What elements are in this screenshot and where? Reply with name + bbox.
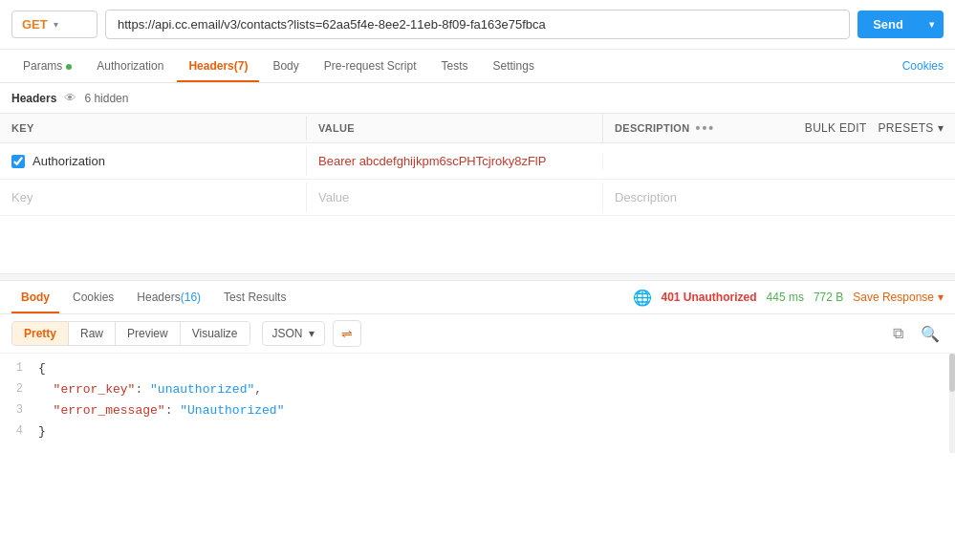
send-button[interactable]: Send ▾ bbox=[857, 11, 944, 38]
code-line-4: 4 } bbox=[0, 424, 955, 445]
line-number-2: 2 bbox=[0, 382, 38, 396]
scroll-thumb[interactable] bbox=[949, 354, 955, 392]
response-tab-cookies[interactable]: Cookies bbox=[63, 281, 123, 313]
format-tab-raw[interactable]: Raw bbox=[69, 322, 116, 345]
format-tab-visualize[interactable]: Visualize bbox=[181, 322, 250, 345]
response-tab-body[interactable]: Body bbox=[11, 281, 59, 313]
code-line-1: 1 { bbox=[0, 361, 955, 382]
globe-icon: 🌐 bbox=[633, 289, 652, 307]
placeholder-value-cell[interactable]: Value bbox=[306, 183, 602, 212]
row-1-key: Authorization bbox=[33, 154, 105, 168]
response-tab-test-results[interactable]: Test Results bbox=[214, 281, 295, 313]
bulk-edit-button[interactable]: Bulk Edit bbox=[805, 121, 867, 135]
headers-toolbar: Headers 👁 6 hidden bbox=[0, 83, 955, 114]
tab-headers[interactable]: Headers(7) bbox=[177, 50, 259, 82]
line-content-3: "error_message": "Unauthorized" bbox=[38, 403, 955, 418]
code-line-2: 2 "error_key": "unauthorized", bbox=[0, 382, 955, 403]
presets-button[interactable]: Presets ▾ bbox=[879, 121, 944, 135]
params-dot bbox=[66, 64, 72, 70]
status-badge: 401 Unauthorized bbox=[662, 291, 757, 304]
tab-authorization[interactable]: Authorization bbox=[85, 50, 175, 82]
line-content-1: { bbox=[38, 361, 955, 376]
eye-icon[interactable]: 👁 bbox=[64, 91, 76, 105]
table-row: Authorization Bearer abcdefghijkpm6scPHT… bbox=[0, 143, 955, 180]
format-tab-pretty[interactable]: Pretty bbox=[12, 322, 69, 345]
row-1-key-cell: Authorization bbox=[0, 146, 306, 176]
code-display: 1 { 2 "error_key": "unauthorized", 3 "er… bbox=[0, 354, 955, 453]
hidden-count: 6 hidden bbox=[84, 92, 128, 105]
tab-body[interactable]: Body bbox=[261, 50, 310, 82]
method-dropdown[interactable]: GET ▾ bbox=[11, 11, 98, 38]
format-tab-group: Pretty Raw Preview Visualize bbox=[11, 321, 250, 346]
response-status-area: 🌐 401 Unauthorized 445 ms 772 B Save Res… bbox=[633, 289, 944, 307]
method-chevron-icon: ▾ bbox=[54, 19, 58, 30]
section-divider bbox=[0, 273, 955, 281]
presets-chevron-icon: ▾ bbox=[938, 121, 944, 135]
format-bar: Pretty Raw Preview Visualize JSON ▾ ⇌ ⧉ … bbox=[0, 314, 955, 354]
col-header-value: VALUE bbox=[306, 116, 602, 140]
tab-settings[interactable]: Settings bbox=[482, 50, 546, 82]
top-bar: GET ▾ Send ▾ bbox=[0, 0, 955, 50]
tab-tests[interactable]: Tests bbox=[430, 50, 480, 82]
line-number-3: 3 bbox=[0, 403, 38, 417]
response-section: Body Cookies Headers(16) Test Results 🌐 … bbox=[0, 281, 955, 453]
send-chevron-icon[interactable]: ▾ bbox=[920, 19, 944, 30]
row-1-value-cell[interactable]: Bearer abcdefghijkpm6scPHTcjroky8zFlP bbox=[306, 146, 602, 176]
placeholder-row: Key Value Description bbox=[0, 180, 955, 216]
response-body: 1 { 2 "error_key": "unauthorized", 3 "er… bbox=[0, 354, 955, 453]
tab-pre-request[interactable]: Pre-request Script bbox=[313, 50, 428, 82]
placeholder-key-cell[interactable]: Key bbox=[0, 183, 306, 212]
response-size: 772 B bbox=[814, 291, 843, 304]
col-header-desc: DESCRIPTION ••• bbox=[602, 114, 769, 142]
format-tab-preview[interactable]: Preview bbox=[116, 322, 181, 345]
line-content-4: } bbox=[38, 424, 955, 439]
col-header-key: KEY bbox=[0, 116, 306, 140]
description-more-icon[interactable]: ••• bbox=[695, 120, 715, 136]
wrap-lines-icon[interactable]: ⇌ bbox=[333, 320, 361, 347]
response-headers-badge: (16) bbox=[181, 291, 201, 304]
line-number-1: 1 bbox=[0, 361, 38, 375]
json-dropdown-chevron-icon: ▾ bbox=[309, 327, 315, 340]
headers-badge: (7) bbox=[234, 59, 249, 73]
cookies-link[interactable]: Cookies bbox=[902, 59, 944, 73]
code-line-3: 3 "error_message": "Unauthorized" bbox=[0, 403, 955, 424]
table-header-row: KEY VALUE DESCRIPTION ••• Bulk Edit Pres… bbox=[0, 114, 955, 143]
search-icon[interactable]: 🔍 bbox=[917, 321, 944, 347]
placeholder-desc-cell[interactable]: Description bbox=[602, 183, 955, 212]
row-1-checkbox[interactable] bbox=[11, 155, 25, 168]
save-response-chevron-icon: ▾ bbox=[938, 291, 944, 304]
headers-title: Headers bbox=[11, 92, 56, 105]
method-label: GET bbox=[22, 17, 48, 32]
headers-table: KEY VALUE DESCRIPTION ••• Bulk Edit Pres… bbox=[0, 114, 955, 216]
tab-params[interactable]: Params bbox=[11, 50, 83, 82]
line-number-4: 4 bbox=[0, 424, 38, 438]
send-label: Send bbox=[857, 17, 919, 32]
col-header-actions: Bulk Edit Presets ▾ bbox=[769, 115, 955, 141]
scroll-track[interactable] bbox=[949, 354, 955, 453]
save-response-button[interactable]: Save Response ▾ bbox=[853, 291, 944, 304]
json-format-dropdown[interactable]: JSON ▾ bbox=[262, 321, 325, 346]
line-content-2: "error_key": "unauthorized", bbox=[38, 382, 955, 397]
nav-tabs: Params Authorization Headers(7) Body Pre… bbox=[0, 50, 955, 83]
copy-icon[interactable]: ⧉ bbox=[889, 321, 907, 347]
response-tab-headers[interactable]: Headers(16) bbox=[127, 281, 210, 313]
response-nav: Body Cookies Headers(16) Test Results 🌐 … bbox=[0, 281, 955, 314]
empty-space bbox=[0, 216, 955, 273]
url-input[interactable] bbox=[105, 10, 850, 39]
response-time: 445 ms bbox=[767, 291, 804, 304]
row-1-desc-cell[interactable] bbox=[602, 154, 955, 169]
